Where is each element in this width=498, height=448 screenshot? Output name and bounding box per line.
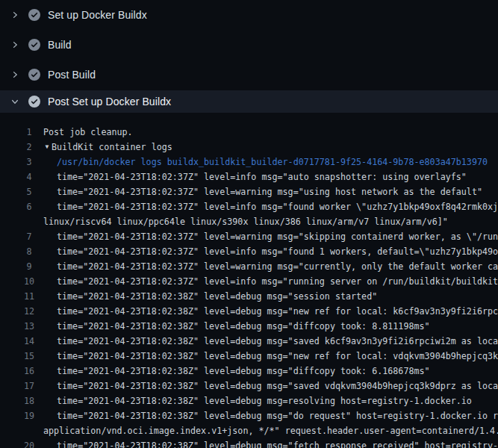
log-text: time="2021-04-23T18:02:38Z" level=debug … <box>57 438 498 448</box>
log-text: time="2021-04-23T18:02:37Z" level=info m… <box>57 244 498 259</box>
line-number[interactable]: 11 <box>19 289 39 304</box>
line-number[interactable]: 1 <box>19 125 39 140</box>
step-label: Post Set up Docker Buildx <box>48 96 171 108</box>
log-row: application/vnd.oci.image.index.v1+json,… <box>0 423 498 438</box>
steps-list: Set up Docker Buildx Build Post Build <box>0 0 498 90</box>
log-row: 4time="2021-04-23T18:02:37Z" level=info … <box>0 169 498 184</box>
log-row: linux/riscv64 linux/ppc64le linux/s390x … <box>0 214 498 229</box>
chevron-right-icon[interactable] <box>7 70 23 79</box>
log-row: 15time="2021-04-23T18:02:38Z" level=debu… <box>0 349 498 364</box>
line-number[interactable]: 3 <box>19 155 39 169</box>
log-row: 1Post job cleanup. <box>0 125 498 140</box>
log-text: time="2021-04-23T18:02:38Z" level=debug … <box>57 334 498 349</box>
step-label: Set up Docker Buildx <box>48 9 147 21</box>
line-number[interactable]: 7 <box>19 229 39 244</box>
log-text: time="2021-04-23T18:02:38Z" level=debug … <box>57 319 430 334</box>
success-check-icon <box>28 9 40 21</box>
success-check-icon <box>28 96 40 108</box>
success-check-icon <box>28 69 40 81</box>
log-text: time="2021-04-23T18:02:38Z" level=debug … <box>57 379 498 393</box>
line-number <box>19 214 39 229</box>
log-row: 18time="2021-04-23T18:02:38Z" level=debu… <box>0 393 498 408</box>
line-number[interactable]: 16 <box>19 364 39 379</box>
step-label: Build <box>48 39 72 51</box>
line-number[interactable]: 5 <box>19 184 39 199</box>
chevron-down-icon[interactable] <box>7 97 23 106</box>
log-text: time="2021-04-23T18:02:37Z" level=warnin… <box>57 259 498 274</box>
step-label: Post Build <box>48 69 96 81</box>
log-row: 9time="2021-04-23T18:02:37Z" level=warni… <box>0 259 498 274</box>
line-number <box>19 423 39 438</box>
log-row: 3/usr/bin/docker logs buildx_buildkit_bu… <box>0 155 498 169</box>
log-text: time="2021-04-23T18:02:38Z" level=debug … <box>57 304 498 319</box>
log-row: 8time="2021-04-23T18:02:37Z" level=info … <box>0 244 498 259</box>
log-row: 17time="2021-04-23T18:02:38Z" level=debu… <box>0 379 498 393</box>
line-number[interactable]: 14 <box>19 334 39 349</box>
log-row: 13time="2021-04-23T18:02:38Z" level=debu… <box>0 319 498 334</box>
log-text: time="2021-04-23T18:02:37Z" level=info m… <box>57 169 467 184</box>
log-row: 11time="2021-04-23T18:02:38Z" level=debu… <box>0 289 498 304</box>
log-text: linux/riscv64 linux/ppc64le linux/s390x … <box>43 214 448 229</box>
line-number[interactable]: 4 <box>19 169 39 184</box>
line-number[interactable]: 18 <box>19 393 39 408</box>
log-row: 2▼BuildKit container logs <box>0 140 498 155</box>
log-text: time="2021-04-23T18:02:37Z" level=warnin… <box>57 229 498 244</box>
log-row: 5time="2021-04-23T18:02:37Z" level=warni… <box>0 184 498 199</box>
line-number[interactable]: 9 <box>19 259 39 274</box>
log-group-title[interactable]: BuildKit container logs <box>52 140 172 155</box>
line-number[interactable]: 8 <box>19 244 39 259</box>
step-row-post-build[interactable]: Post Build <box>0 60 498 90</box>
line-number[interactable]: 2 <box>19 140 39 155</box>
log-row: 10time="2021-04-23T18:02:37Z" level=info… <box>0 274 498 289</box>
log-row: 6time="2021-04-23T18:02:37Z" level=info … <box>0 199 498 214</box>
log-row: 7time="2021-04-23T18:02:37Z" level=warni… <box>0 229 498 244</box>
log-row: 12time="2021-04-23T18:02:38Z" level=debu… <box>0 304 498 319</box>
log-text: time="2021-04-23T18:02:37Z" level=warnin… <box>57 184 482 199</box>
log-row: 14time="2021-04-23T18:02:38Z" level=debu… <box>0 334 498 349</box>
log-command-text: /usr/bin/docker logs buildx_buildkit_bui… <box>57 155 488 169</box>
log-text: time="2021-04-23T18:02:37Z" level=info m… <box>57 274 498 289</box>
line-number[interactable]: 19 <box>19 408 39 423</box>
log-text: application/vnd.oci.image.index.v1+json,… <box>43 423 498 438</box>
log-lines: 1Post job cleanup.2▼BuildKit container l… <box>0 113 498 448</box>
success-check-icon <box>28 39 40 51</box>
step-row-setup-docker-buildx[interactable]: Set up Docker Buildx <box>0 0 498 30</box>
log-text: time="2021-04-23T18:02:38Z" level=debug … <box>57 364 430 379</box>
line-number[interactable]: 6 <box>19 199 39 214</box>
log-text: Post job cleanup. <box>43 125 133 140</box>
log-row: 20time="2021-04-23T18:02:38Z" level=debu… <box>0 438 498 448</box>
collapse-triangle-icon[interactable]: ▼ <box>43 140 52 155</box>
line-number[interactable]: 10 <box>19 274 39 289</box>
chevron-right-icon[interactable] <box>7 10 23 19</box>
step-row-post-setup-docker-buildx-expanded[interactable]: Post Set up Docker Buildx <box>0 90 498 113</box>
log-text: time="2021-04-23T18:02:38Z" level=debug … <box>57 349 498 364</box>
chevron-right-icon[interactable] <box>7 40 23 49</box>
line-number[interactable]: 13 <box>19 319 39 334</box>
log-text: time="2021-04-23T18:02:38Z" level=debug … <box>57 408 498 423</box>
line-number[interactable]: 20 <box>19 438 39 448</box>
log-text: time="2021-04-23T18:02:37Z" level=info m… <box>57 199 498 214</box>
log-text: time="2021-04-23T18:02:38Z" level=debug … <box>57 393 472 408</box>
line-number[interactable]: 12 <box>19 304 39 319</box>
log-row: 19time="2021-04-23T18:02:38Z" level=debu… <box>0 408 498 423</box>
log-row: 16time="2021-04-23T18:02:38Z" level=debu… <box>0 364 498 379</box>
log-text: time="2021-04-23T18:02:38Z" level=debug … <box>57 289 377 304</box>
line-number[interactable]: 15 <box>19 349 39 364</box>
line-number[interactable]: 17 <box>19 379 39 393</box>
step-row-build[interactable]: Build <box>0 30 498 60</box>
actions-log-viewer: Set up Docker Buildx Build Post Build <box>0 0 498 448</box>
